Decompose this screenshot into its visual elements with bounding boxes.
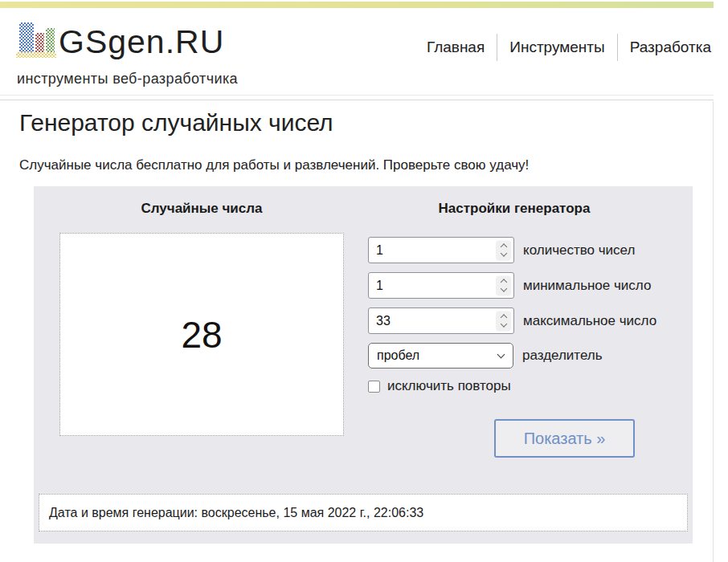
nav-link-development[interactable]: Разработка	[617, 34, 711, 61]
random-numbers-output: 28	[59, 233, 344, 436]
logo-bar-yellow	[16, 52, 56, 58]
min-label: минимальное число	[523, 278, 651, 294]
main-nav: Главная Инструменты Разработка	[415, 34, 711, 61]
logo-bars-icon	[16, 22, 56, 58]
separator-label: разделитель	[522, 348, 603, 364]
spinner-down-icon[interactable]	[500, 320, 506, 327]
nav-link-home[interactable]: Главная	[415, 34, 497, 61]
count-label: количество чисел	[523, 242, 635, 259]
settings-header: Настройки генератора	[368, 201, 661, 217]
generation-datetime: Дата и время генерации: воскресенье, 15 …	[39, 494, 688, 531]
count-input[interactable]	[368, 237, 514, 263]
max-label: максимальное число	[523, 313, 656, 329]
top-accent-bar	[0, 2, 714, 8]
count-input-wrap	[368, 237, 514, 263]
max-spinner[interactable]	[496, 311, 511, 331]
page-right-edge	[713, 101, 714, 562]
count-field-row: количество чисел	[368, 237, 693, 263]
chevron-down-icon	[497, 351, 505, 359]
min-spinner[interactable]	[496, 275, 511, 295]
max-input-wrap	[368, 307, 514, 334]
min-input[interactable]	[368, 272, 514, 299]
min-field-row: минимальное число	[368, 272, 693, 299]
separator-select[interactable]: пробел	[368, 343, 513, 369]
nav-link-tools[interactable]: Инструменты	[497, 34, 616, 61]
spinner-down-icon[interactable]	[500, 285, 506, 291]
settings-column: количество чисел минимальное число макси	[368, 237, 693, 394]
max-input[interactable]	[368, 307, 514, 334]
logo-bar-green	[46, 28, 55, 52]
nav-item-home: Главная	[415, 34, 497, 61]
nav-item-development: Разработка	[617, 34, 711, 61]
header-divider	[0, 95, 714, 100]
max-field-row: максимальное число	[368, 307, 693, 334]
logo-bar-blue	[19, 22, 34, 52]
separator-select-value: пробел	[377, 348, 419, 362]
results-header: Случайные числа	[59, 201, 344, 217]
site-tagline: инструменты веб-разработчика	[17, 71, 238, 88]
exclude-repeats-label[interactable]: исключить повторы	[387, 378, 511, 394]
logo-text: GSgen.RU	[59, 26, 224, 58]
page-subtitle: Случайные числа бесплатно для работы и р…	[19, 157, 529, 173]
page-title: Генератор случайных чисел	[19, 109, 333, 136]
separator-field-row: пробел разделитель	[368, 343, 693, 369]
generator-panel: Случайные числа Настройки генератора 28 …	[34, 186, 693, 544]
spinner-down-icon[interactable]	[500, 250, 506, 256]
exclude-repeats-checkbox[interactable]	[368, 381, 380, 393]
site-logo[interactable]: GSgen.RU	[16, 22, 224, 58]
min-input-wrap	[368, 272, 514, 299]
nav-item-tools: Инструменты	[497, 34, 616, 61]
exclude-repeats-row: исключить повторы	[368, 378, 693, 394]
random-number-value: 28	[181, 313, 222, 356]
show-button[interactable]: Показать »	[494, 419, 635, 458]
count-spinner[interactable]	[496, 240, 511, 260]
logo-bar-red	[35, 33, 44, 52]
